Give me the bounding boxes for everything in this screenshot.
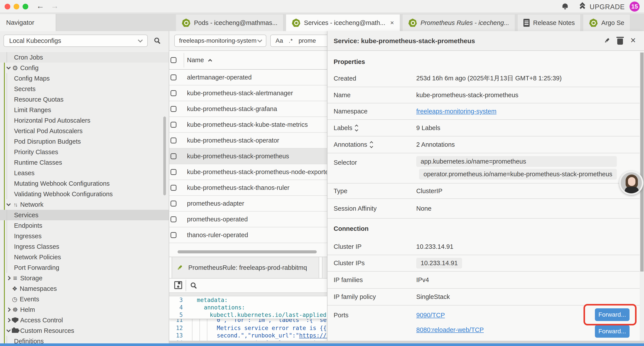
editor-tab[interactable]: PrometheusRule: freeleaps-prod-rabbitmq: [172, 257, 319, 278]
sidebar-item[interactable]: Network: [0, 199, 169, 210]
table-row[interactable]: thanos-ruler-operated: [169, 227, 327, 243]
sidebar-item[interactable]: Endpoints: [0, 220, 169, 231]
app-tab[interactable]: Release Notes: [518, 14, 581, 31]
name-column-header[interactable]: Name: [187, 56, 204, 64]
sidebar-item[interactable]: Definitions: [0, 336, 169, 343]
minimize-window-button[interactable]: [14, 4, 19, 9]
sidebar-item[interactable]: Services: [0, 210, 169, 220]
editor-search-icon[interactable]: [191, 283, 196, 287]
sidebar-item[interactable]: Helm: [0, 304, 169, 315]
chevron-down-icon[interactable]: [6, 328, 11, 332]
app-tab[interactable]: Services - icecheng@math... ×: [286, 14, 400, 31]
sidebar-item[interactable]: Runtime Classes: [0, 157, 169, 168]
navigator-panel-tab[interactable]: Navigator: [0, 14, 56, 31]
match-case-icon[interactable]: Aa: [276, 37, 283, 44]
editor-tab[interactable]: [322, 257, 327, 278]
sidebar-item[interactable]: Mutating Webhook Configurations: [0, 178, 169, 189]
edit-icon[interactable]: [603, 36, 611, 45]
sidebar-item[interactable]: Network Policies: [0, 252, 169, 262]
sidebar-item[interactable]: Ingresses: [0, 231, 169, 241]
sidebar-item[interactable]: Pod Disruption Budgets: [0, 136, 169, 147]
row-checkbox[interactable]: [170, 153, 176, 159]
sort-ascending-icon[interactable]: [208, 59, 212, 63]
app-tab[interactable]: Pods - icecheng@mathmas...: [176, 14, 284, 31]
row-checkbox[interactable]: [170, 216, 176, 222]
row-checkbox[interactable]: [170, 185, 176, 191]
app-tab[interactable]: Prometheus Rules - icecheng...: [403, 14, 515, 31]
horizontal-scrollbar-thumb[interactable]: [178, 250, 317, 253]
table-row[interactable]: prometheus-operated: [169, 212, 327, 227]
back-button[interactable]: ←: [36, 1, 44, 10]
sidebar-scrollbar-thumb[interactable]: [163, 116, 166, 195]
panel-scrollbar-thumb[interactable]: [640, 52, 644, 272]
expand-collapse-icon[interactable]: [370, 142, 373, 148]
app-tab[interactable]: Argo Se: [583, 14, 630, 31]
sidebar-item[interactable]: Namespaces: [0, 283, 169, 294]
filter-input[interactable]: Aa .* prome: [270, 34, 327, 47]
upgrade-icon[interactable]: [579, 3, 586, 10]
user-avatar[interactable]: [619, 171, 643, 195]
sidebar-item[interactable]: Horizontal Pod Autoscalers: [0, 115, 169, 126]
table-row[interactable]: alertmanager-operated: [169, 70, 327, 85]
notification-count-badge[interactable]: 15: [630, 1, 640, 11]
table-row[interactable]: kube-prometheus-stack-grafana: [169, 101, 327, 117]
sidebar-item[interactable]: Resource Quotas: [0, 94, 169, 105]
table-row[interactable]: kube-prometheus-stack-alertmanager: [169, 85, 327, 101]
sidebar-item[interactable]: Cron Jobs: [0, 52, 169, 63]
table-row[interactable]: kube-prometheus-stack-prometheus-node-ex…: [169, 164, 327, 180]
sidebar-item[interactable]: Leases: [0, 168, 169, 178]
sidebar-item[interactable]: Storage: [0, 273, 169, 283]
sidebar-item[interactable]: Ingress Classes: [0, 241, 169, 252]
expand-collapse-icon[interactable]: [355, 125, 358, 131]
sidebar-item[interactable]: Priority Classes: [0, 147, 169, 157]
forward-port-button[interactable]: Forward...: [595, 325, 630, 338]
regex-icon[interactable]: .*: [289, 38, 293, 44]
row-checkbox[interactable]: [170, 106, 176, 112]
table-row[interactable]: kube-prometheus-stack-thanos-ruler: [169, 180, 327, 196]
search-icon[interactable]: [154, 38, 159, 42]
row-checkbox[interactable]: [170, 90, 176, 96]
sidebar-item[interactable]: Validating Webhook Configurations: [0, 189, 169, 199]
table-row[interactable]: prometheus-adapter: [169, 196, 327, 212]
table-row[interactable]: kube-prometheus-stack-kube-state-metrics: [169, 117, 327, 133]
sidebar-item[interactable]: Events: [0, 294, 169, 304]
sidebar-item[interactable]: Access Control: [0, 315, 169, 326]
table-row[interactable]: kube-prometheus-stack-operator: [169, 133, 327, 148]
sidebar-item[interactable]: Port Forwarding: [0, 262, 169, 273]
chevron-down-icon[interactable]: [6, 65, 11, 69]
sidebar-item[interactable]: Config Maps: [0, 73, 169, 84]
property-value[interactable]: 9 Labels: [416, 124, 440, 132]
chevron-right-icon[interactable]: [6, 318, 11, 322]
sidebar-item[interactable]: Vertical Pod Autoscalers: [0, 126, 169, 136]
upgrade-button[interactable]: UPGRADE: [590, 3, 625, 11]
sidebar-item[interactable]: Config: [0, 63, 169, 73]
property-value[interactable]: 2 Annotations: [416, 141, 455, 148]
kubeconfig-select[interactable]: Local Kubeconfigs: [4, 34, 148, 47]
notifications-bell-icon[interactable]: [562, 3, 568, 8]
chevron-right-icon[interactable]: [6, 276, 11, 280]
sidebar-item[interactable]: Limit Ranges: [0, 105, 169, 115]
maximize-window-button[interactable]: [22, 4, 28, 9]
row-checkbox[interactable]: [170, 122, 176, 128]
row-checkbox[interactable]: [170, 201, 176, 207]
row-checkbox[interactable]: [170, 137, 176, 143]
table-row[interactable]: kube-prometheus-stack-prometheus: [169, 148, 327, 164]
yaml-editor[interactable]: 3 metadata: 4 annotations: 5 kubectl.kub…: [169, 296, 327, 341]
code-link[interactable]: https://net: [299, 332, 327, 339]
close-tab-icon[interactable]: ×: [390, 19, 394, 26]
row-checkbox[interactable]: [170, 169, 176, 175]
close-window-button[interactable]: [4, 4, 10, 9]
delete-icon[interactable]: [617, 38, 623, 45]
chevron-down-icon[interactable]: [6, 202, 11, 206]
sidebar-item[interactable]: Secrets: [0, 84, 169, 94]
sidebar-item[interactable]: Custom Resources: [0, 326, 169, 336]
port-link[interactable]: 8080:reloader-web/TCP: [416, 326, 484, 334]
save-icon[interactable]: [174, 281, 182, 289]
close-icon[interactable]: ×: [630, 35, 636, 45]
namespace-select[interactable]: freeleaps-monitoring-system: [174, 34, 266, 47]
port-link[interactable]: 9090/TCP: [416, 312, 484, 319]
namespace-link[interactable]: freeleaps-monitoring-system: [416, 108, 496, 115]
row-checkbox[interactable]: [170, 232, 176, 238]
chevron-right-icon[interactable]: [6, 308, 11, 312]
row-checkbox[interactable]: [170, 74, 176, 80]
